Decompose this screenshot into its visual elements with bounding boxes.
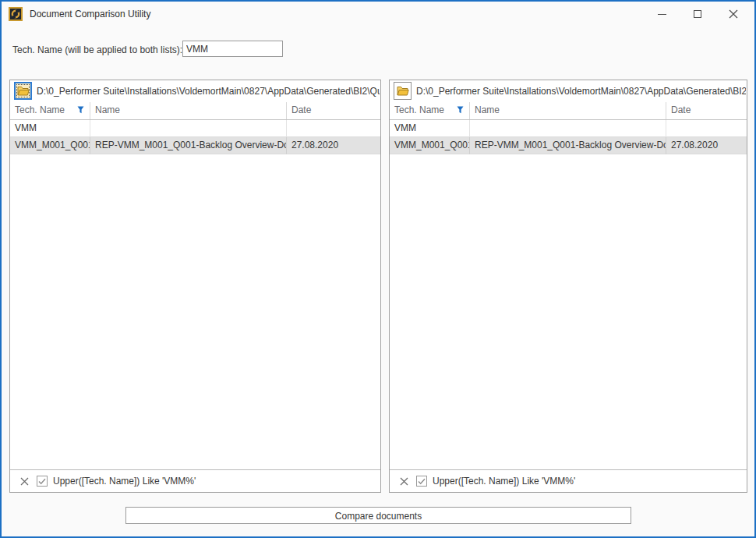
table-row[interactable]: VMM_M001_Q001 REP-VMM_M001_Q001-Backlog … bbox=[10, 137, 380, 154]
left-filter-bar: Upper([Tech. Name]) Like 'VMM%' bbox=[10, 469, 380, 492]
minimize-button[interactable] bbox=[644, 2, 680, 27]
filter-cell-tech-name[interactable]: VMM bbox=[10, 120, 90, 137]
left-path-row: D:\0_Performer Suite\Installations\Volde… bbox=[10, 80, 380, 103]
right-path-row: D:\0_Performer Suite\Installations\Volde… bbox=[390, 80, 747, 103]
table-row[interactable]: VMM_M001_Q001 REP-VMM_M001_Q001-Backlog … bbox=[390, 137, 747, 154]
folder-path-left: D:\0_Performer Suite\Installations\Volde… bbox=[37, 80, 380, 102]
filter-icon[interactable] bbox=[77, 106, 84, 114]
filter-enabled-checkbox[interactable] bbox=[416, 476, 427, 487]
close-filter-x-glyph bbox=[400, 477, 408, 486]
close-filter-x-glyph bbox=[20, 477, 29, 486]
column-header-name[interactable]: Name bbox=[470, 102, 666, 119]
tech-name-label: Tech. Name (will be applied to both list… bbox=[12, 44, 182, 55]
right-grid: Tech. Name Name Date VMM VMM_M001_Q001 bbox=[390, 102, 747, 154]
checkmark-icon bbox=[38, 478, 46, 485]
row-cell-name: REP-VMM_M001_Q001-Backlog Overview-Doc_E… bbox=[470, 137, 666, 154]
filter-icon[interactable] bbox=[457, 106, 464, 114]
right-filter-bar: Upper([Tech. Name]) Like 'VMM%' bbox=[390, 469, 747, 492]
filter-cell-date[interactable] bbox=[287, 120, 380, 137]
minimize-icon bbox=[658, 14, 666, 15]
compare-documents-button[interactable]: Compare documents bbox=[125, 507, 631, 524]
row-cell-name: REP-VMM_M001_Q001-Backlog Overview-Doc_E… bbox=[90, 137, 287, 154]
column-header-date[interactable]: Date bbox=[666, 102, 747, 119]
app-icon bbox=[9, 7, 23, 21]
row-cell-date: 27.08.2020 bbox=[666, 137, 747, 154]
column-header-name[interactable]: Name bbox=[90, 102, 287, 119]
column-header-date[interactable]: Date bbox=[287, 102, 380, 119]
maximize-button[interactable] bbox=[680, 2, 715, 27]
filter-cell-date[interactable] bbox=[666, 120, 747, 137]
app-window: Document Comparison Utility Tech. Name (… bbox=[0, 0, 756, 538]
checkmark-icon bbox=[418, 478, 426, 485]
row-cell-tech-name: VMM_M001_Q001 bbox=[10, 137, 90, 154]
title-bar[interactable]: Document Comparison Utility bbox=[2, 2, 754, 27]
left-grid: Tech. Name Name Date VMM VMM_M001_Q001 bbox=[10, 102, 380, 154]
right-document-panel: D:\0_Performer Suite\Installations\Volde… bbox=[389, 80, 747, 493]
filter-expression[interactable]: Upper([Tech. Name]) Like 'VMM%' bbox=[53, 476, 196, 487]
auto-filter-row: VMM bbox=[10, 120, 380, 137]
maximize-icon bbox=[694, 10, 701, 18]
auto-filter-row: VMM bbox=[390, 120, 747, 137]
right-grid-header: Tech. Name Name Date bbox=[390, 102, 747, 120]
window-title: Document Comparison Utility bbox=[30, 9, 150, 19]
column-header-tech-name[interactable]: Tech. Name bbox=[390, 102, 470, 119]
browse-folder-button-left[interactable] bbox=[14, 82, 32, 100]
left-document-panel: D:\0_Performer Suite\Installations\Volde… bbox=[9, 80, 381, 493]
filter-cell-name[interactable] bbox=[470, 120, 666, 137]
window-controls bbox=[644, 2, 751, 27]
filter-expression[interactable]: Upper([Tech. Name]) Like 'VMM%' bbox=[433, 476, 575, 487]
close-filter-icon[interactable] bbox=[18, 475, 30, 487]
open-folder-icon bbox=[17, 86, 30, 96]
close-button[interactable] bbox=[715, 2, 751, 27]
filter-enabled-checkbox[interactable] bbox=[37, 476, 48, 487]
left-grid-header: Tech. Name Name Date bbox=[10, 102, 380, 120]
browse-folder-button-right[interactable] bbox=[394, 82, 412, 100]
row-cell-tech-name: VMM_M001_Q001 bbox=[390, 137, 470, 154]
filter-cell-tech-name[interactable]: VMM bbox=[390, 120, 470, 137]
column-header-tech-name[interactable]: Tech. Name bbox=[10, 102, 90, 119]
folder-path-right: D:\0_Performer Suite\Installations\Volde… bbox=[416, 80, 746, 102]
filter-cell-name[interactable] bbox=[90, 120, 287, 137]
row-cell-date: 27.08.2020 bbox=[287, 137, 380, 154]
tech-name-input[interactable] bbox=[182, 41, 283, 57]
open-folder-icon bbox=[397, 86, 409, 96]
close-icon bbox=[729, 9, 738, 19]
close-filter-icon[interactable] bbox=[397, 475, 410, 487]
